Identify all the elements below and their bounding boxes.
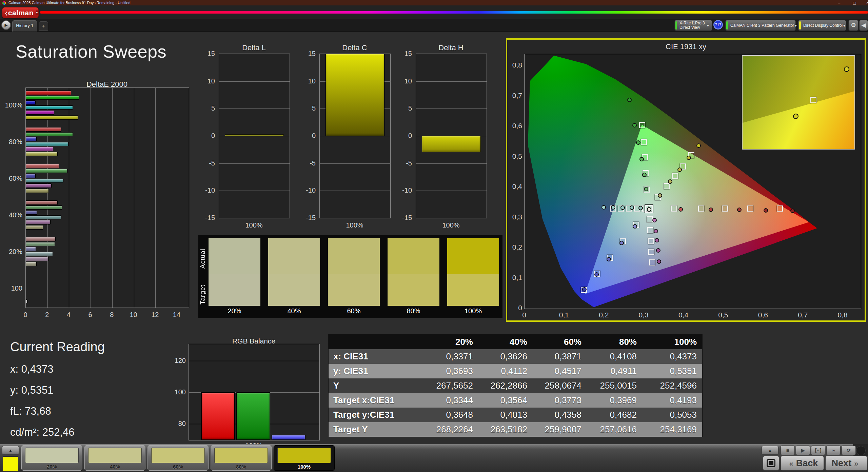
expand-transport-button[interactable]: ▲: [762, 446, 778, 455]
play-button[interactable]: ▶: [796, 446, 810, 455]
y-axis-tick-label: 10: [197, 77, 215, 85]
gridline: [47, 88, 48, 308]
row-label: Target Y: [329, 422, 424, 437]
y-axis-tick-label: 5: [297, 104, 316, 112]
actual-swatch-100%: [447, 238, 499, 274]
cie-measured-marker: [633, 224, 637, 229]
current-reading-heading: Current Reading: [10, 340, 105, 354]
stop-button[interactable]: ■: [781, 446, 795, 455]
deltae-bar: [26, 262, 37, 266]
x-axis-tick-label: 0,3: [635, 311, 652, 319]
actual-swatch-80%: [388, 238, 439, 274]
rainbow-divider: [40, 11, 868, 14]
bottom-bar: ▲ 20%40%60%80%100% ▲ «Back Next» ■▶[··]∞…: [0, 444, 868, 472]
display-icon: [767, 459, 775, 467]
close-button[interactable]: ✕: [863, 0, 868, 5]
cie-target-marker: [647, 216, 653, 222]
pattern-swatch: [25, 448, 79, 463]
group-label: 100: [0, 284, 22, 292]
target-row-label: Target: [199, 278, 207, 312]
cie-target-marker: [639, 122, 645, 128]
pattern-generator-dropdown[interactable]: CalMAN Client 3 Pattern Generator ▼: [725, 20, 796, 31]
cie-measured-marker: [642, 173, 647, 177]
meter-dropdown[interactable]: X-Rite i1Pro 3 Direct View ▼: [674, 20, 712, 31]
row-label: y: CIE31: [329, 364, 424, 378]
x-axis-tick-label: 0: [20, 311, 31, 319]
y-axis-tick-label: 15: [394, 50, 412, 58]
cie-target-marker: [672, 173, 678, 179]
cie-target-marker: [649, 259, 655, 266]
chart-title: Delta C: [319, 43, 390, 52]
target-swatch-20%: [209, 274, 260, 306]
y-axis-tick-label: 0: [394, 132, 412, 140]
minimize-button[interactable]: –: [834, 0, 844, 5]
pattern-button-80%[interactable]: 80%: [211, 445, 272, 471]
app-logo-icon: [2, 1, 6, 5]
gridline: [320, 136, 390, 136]
source-status-accent: [726, 21, 728, 29]
pattern-button-100%[interactable]: 100%: [274, 445, 335, 471]
display-control-label: Direct Display Control: [803, 23, 843, 28]
y-axis-tick-label: -10: [297, 186, 316, 194]
display-mode-button[interactable]: [763, 456, 779, 471]
run-button[interactable]: ▶: [1, 20, 11, 30]
refresh-button[interactable]: ⟳: [842, 446, 856, 455]
reading-y: y: 0,5351: [10, 384, 105, 396]
rgb-balance-chart: RGB Balance 100% 12010080: [170, 337, 326, 449]
calman-logo-label: calman: [8, 9, 34, 17]
current-reading-block: Current Reading x: 0,4373 y: 0,5351 fL: …: [10, 340, 105, 438]
cie-measured-marker: [607, 257, 611, 261]
titlebar: Calman 2025 Calman Ultimate for Business…: [0, 0, 868, 5]
x-axis-tick-label: 0,5: [715, 311, 731, 319]
table-cell: 252,4596: [642, 378, 702, 393]
deltae-bar: [26, 200, 58, 205]
delta-h-plot-area: [416, 54, 487, 218]
single-measure-button[interactable]: [··]: [811, 446, 825, 455]
x-axis-tick-label: 0,4: [675, 311, 692, 319]
cie-target-marker: [747, 205, 753, 212]
back-button[interactable]: «Back: [781, 456, 824, 471]
y-axis-tick-label: 15: [197, 50, 215, 58]
deltae-bar: [26, 252, 53, 256]
y-axis-tick-label: -15: [197, 214, 215, 222]
pattern-button-20%[interactable]: 20%: [21, 445, 82, 471]
y-axis-tick-label: -5: [197, 159, 215, 167]
actual-row-label: Actual: [199, 240, 207, 278]
add-tab-button[interactable]: +: [39, 21, 48, 31]
y-axis-tick-label: 0,7: [508, 92, 522, 100]
gridline: [320, 191, 390, 191]
cie-zoom-inset: [742, 55, 855, 150]
calman-menu-button[interactable]: calman ▼: [2, 7, 39, 18]
gridline: [219, 163, 290, 164]
maximize-button[interactable]: ▢: [849, 0, 860, 5]
reading-x: x: 0,4373: [10, 363, 105, 375]
actual-swatch-60%: [328, 238, 380, 274]
table-cell: 257,0616: [587, 422, 642, 437]
gridline: [177, 88, 177, 308]
deltae-bar: [26, 127, 61, 132]
settings-gear-button[interactable]: ⚙: [848, 20, 859, 31]
chevron-down-icon: ▼: [794, 24, 797, 27]
pattern-label: 80%: [211, 464, 271, 470]
rgb-bar-B: [272, 435, 305, 440]
next-button[interactable]: Next»: [825, 456, 867, 471]
cie-measured-marker: [709, 208, 713, 212]
y-axis-tick-label: 0,3: [508, 213, 522, 221]
table-header-row: 20%40%60%80%100%: [329, 334, 702, 349]
collapse-panel-button[interactable]: ◀: [859, 20, 868, 31]
table-cell: 267,5652: [424, 378, 478, 393]
cie-target-marker: [722, 205, 728, 212]
x-axis-tick-label: 14: [171, 311, 182, 319]
deltae-bar: [26, 100, 36, 105]
cie-target-marker: [671, 205, 677, 212]
deltae-bar: [26, 242, 55, 247]
display-control-dropdown[interactable]: Direct Display Control ▼: [798, 20, 846, 31]
gridline: [155, 88, 156, 308]
pattern-button-60%[interactable]: 60%: [147, 445, 209, 471]
pattern-button-40%[interactable]: 40%: [84, 445, 145, 471]
gridline: [189, 361, 319, 361]
table-row: y: CIE310,36930,41120,45170,49110,5351: [329, 364, 702, 378]
table-row: Y267,5652262,2866258,0674255,0015252,459…: [329, 378, 702, 393]
tab-history-1[interactable]: History 1: [12, 20, 37, 32]
continuous-measure-button[interactable]: ∞: [826, 446, 841, 455]
